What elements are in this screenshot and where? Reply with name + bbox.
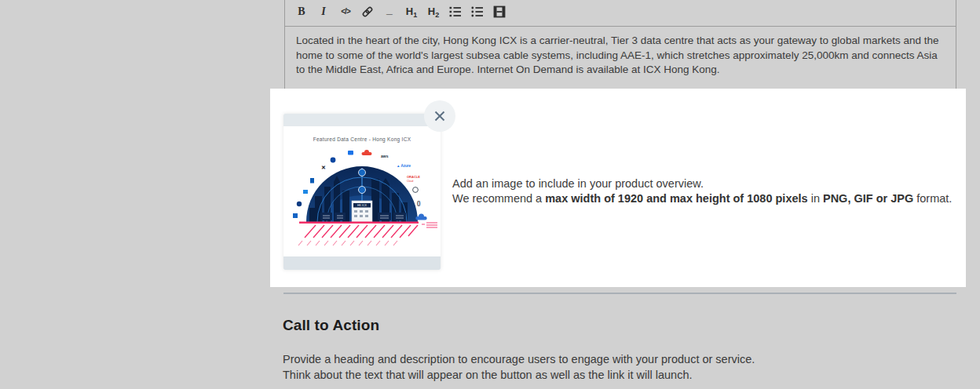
bold-icon: B [298,5,305,18]
svg-text:HK ICX: HK ICX [357,204,368,207]
cta-section-heading: Call to Action [283,317,379,334]
svg-text:Cloud: Cloud [407,180,414,183]
thumbnail-top-bar [283,114,441,126]
code-icon: </> [341,7,349,16]
close-icon [433,109,447,123]
media-button[interactable] [492,5,506,19]
image-upload-panel: Featured Data Centre - Hong Kong ICX [270,89,966,287]
description-line-1: Add an image to include in your product … [452,176,952,191]
remove-image-button[interactable] [424,100,455,132]
google-cloud-icon [362,150,372,155]
document-icon [310,178,314,184]
underline-button[interactable]: _ [382,5,397,19]
thumbnail-bottom-bar [283,256,441,270]
image-upload-description: Add an image to include in your product … [452,176,952,206]
cable-legend [422,223,437,227]
subsea-cables [298,223,437,245]
link-icon [360,5,375,19]
ordered-list-icon [448,5,463,19]
hk-icx-building: HK ICX [352,201,372,222]
ordered-list-button[interactable] [448,5,463,19]
cloud-icon [415,214,426,220]
cta-section-description: Provide a heading and description to enc… [283,352,755,383]
code-button[interactable]: </> [338,5,353,19]
link-button[interactable] [360,5,375,19]
thumbnail-image: Featured Data Centre - Hong Kong ICX [283,126,441,256]
ring-icon [413,187,419,193]
heading1-icon: H1 [406,5,417,17]
oracle-cloud-logo: ORACLE [407,175,420,179]
italic-icon: I [321,5,325,18]
media-icon [492,5,506,19]
monitor-icon [348,151,353,155]
bullet-list-icon [470,5,485,19]
editor-toolbar: B I </> _ H1 H2 [285,0,956,27]
azure-stack-icon [293,213,298,218]
datacentre-infographic: HK ICX [283,141,441,255]
brackets-icon: () [417,200,420,206]
image-thumbnail: Featured Data Centre - Hong Kong ICX [283,114,441,270]
section-divider [283,293,956,294]
heading2-button[interactable]: H2 [426,5,441,19]
underline-icon: _ [386,3,393,16]
azure-logo: ▲ Azure [397,164,411,168]
editor-text-area[interactable]: Located in the heart of the city, Hong K… [285,27,956,85]
folder-icon [303,190,308,194]
bold-button[interactable]: B [294,5,309,19]
heading2-icon: H2 [428,5,439,17]
heading1-button[interactable]: H1 [404,5,419,19]
shield-icon [331,158,336,163]
aws-logo: aws [381,154,389,158]
globe-icon [297,202,302,206]
italic-button[interactable]: I [316,5,331,19]
x-mark-icon: ✕ [321,165,326,170]
description-line-2: We recommend a max width of 1920 and max… [452,191,952,206]
cta-description-line-2: Think about the text that will appear on… [283,368,755,384]
cta-description-line-1: Provide a heading and description to enc… [283,352,755,368]
bullet-list-button[interactable] [470,5,485,19]
